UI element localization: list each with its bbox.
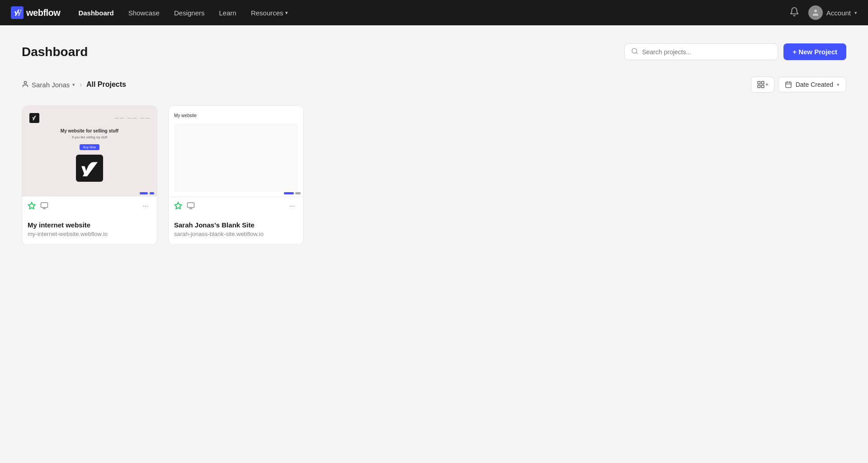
logo[interactable]: webflow	[11, 6, 60, 19]
more-options-button[interactable]: ···	[140, 201, 151, 211]
search-input[interactable]	[642, 48, 771, 56]
nav-right: Account ▾	[789, 5, 857, 20]
project-info: Sarah Jonas's Blank Site sarah-jonass-bl…	[169, 216, 303, 245]
breadcrumb-dropdown-chevron[interactable]: ▾	[72, 82, 75, 88]
thumb2-title: My website	[174, 110, 298, 118]
avatar	[808, 5, 823, 20]
nav-designers[interactable]: Designers	[174, 7, 205, 19]
navbar: webflow Dashboard Showcase Designers Lea…	[0, 0, 868, 25]
thumb-logo-small	[29, 113, 39, 123]
project-url: sarah-jonass-blank-site.webflow.io	[174, 231, 298, 237]
svg-marker-8	[28, 202, 35, 208]
thumb-cta-button: Buy Now	[80, 144, 99, 150]
bell-icon[interactable]	[789, 7, 799, 19]
breadcrumb-user[interactable]: Sarah Jonas ▾	[22, 80, 75, 89]
sort-button[interactable]: Date Created ▾	[778, 77, 846, 92]
breadcrumb-arrow-icon: ›	[80, 81, 82, 88]
svg-rect-6	[761, 85, 764, 88]
svg-point-0	[814, 9, 817, 12]
more-options-button[interactable]: ···	[287, 201, 298, 211]
thumb-subtext: If you like selling my stuff	[61, 135, 118, 140]
account-label: Account	[826, 9, 851, 17]
project-footer-icons	[28, 202, 48, 211]
person-icon	[22, 80, 29, 89]
add-icon: +	[765, 81, 769, 88]
view-toggle-button[interactable]: +	[751, 76, 774, 93]
nav-resources-label: Resources	[251, 9, 283, 17]
svg-rect-7	[786, 82, 791, 88]
project-thumbnail: — — — — — — My website for selling stuff…	[22, 106, 157, 196]
svg-rect-11	[188, 203, 194, 208]
header-actions: + New Project	[624, 43, 846, 60]
thumb-nav-dots: — — — — — —	[114, 116, 150, 120]
logo-text: webflow	[26, 8, 60, 18]
account-chevron-icon: ▾	[854, 10, 857, 16]
breadcrumb-user-name: Sarah Jonas	[32, 81, 70, 89]
project-name: Sarah Jonas's Blank Site	[174, 221, 298, 229]
logo-icon	[11, 6, 24, 19]
account-menu[interactable]: Account ▾	[808, 5, 857, 20]
breadcrumb: Sarah Jonas ▾ › All Projects	[22, 80, 126, 89]
project-info: My internet website my-internet-website.…	[22, 216, 157, 245]
page-header: Dashboard + New Project	[22, 43, 846, 60]
cms-status-icon	[187, 202, 195, 211]
chevron-down-icon: ▾	[285, 10, 288, 16]
main-content: Dashboard + New Project	[0, 25, 868, 263]
project-card[interactable]: — — — — — — My website for selling stuff…	[22, 105, 157, 245]
project-footer-icons	[174, 202, 195, 211]
project-card-footer: ···	[22, 196, 157, 216]
nav-learn[interactable]: Learn	[219, 7, 236, 19]
svg-marker-10	[175, 202, 182, 208]
nav-resources[interactable]: Resources ▾	[251, 9, 288, 17]
breadcrumb-row: Sarah Jonas ▾ › All Projects +	[22, 76, 846, 93]
nav-showcase[interactable]: Showcase	[128, 7, 160, 19]
svg-rect-3	[758, 81, 760, 84]
project-card[interactable]: My website	[168, 105, 304, 245]
nav-dashboard[interactable]: Dashboard	[78, 7, 113, 19]
search-icon	[631, 47, 638, 56]
project-name: My internet website	[28, 221, 151, 229]
thumb2-bottom	[281, 190, 303, 196]
cms-status-icon	[40, 202, 48, 211]
page-title: Dashboard	[22, 45, 88, 59]
svg-rect-9	[41, 203, 48, 208]
svg-point-2	[24, 81, 26, 84]
thumb-text-block: My website for selling stuff If you like…	[61, 128, 118, 140]
thumb-headline: My website for selling stuff	[61, 128, 118, 133]
publish-status-icon	[174, 202, 182, 211]
sort-controls: + Date Created ▾	[751, 76, 846, 93]
sort-label: Date Created	[796, 81, 833, 88]
project-card-footer: ···	[169, 196, 303, 216]
svg-rect-5	[758, 85, 760, 88]
publish-status-icon	[28, 202, 36, 211]
projects-grid: — — — — — — My website for selling stuff…	[22, 105, 846, 245]
new-project-button[interactable]: + New Project	[783, 43, 846, 60]
search-box[interactable]	[624, 43, 778, 60]
project-url: my-internet-website.webflow.io	[28, 231, 151, 237]
sort-chevron-icon: ▾	[837, 82, 840, 88]
thumb-bottom-bar	[137, 190, 157, 196]
thumb-header-bar: — — — — — —	[29, 113, 150, 123]
project-thumbnail: My website	[169, 106, 303, 196]
breadcrumb-current: All Projects	[86, 80, 126, 89]
thumb-logo-center	[76, 155, 103, 182]
svg-rect-4	[761, 81, 764, 84]
